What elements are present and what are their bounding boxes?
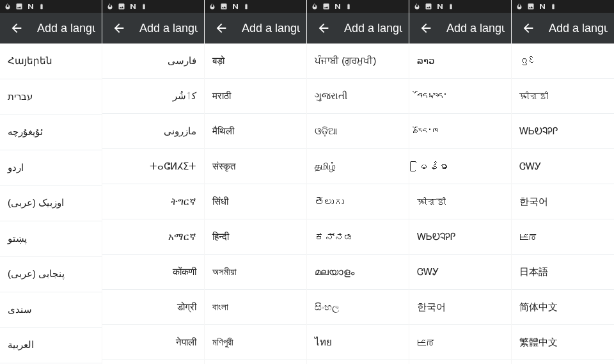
app-bar-title: Add a langu [549, 22, 608, 35]
language-row[interactable]: ਪੰਜਾਬੀ (ਗੁਰਮੁਖੀ) [307, 44, 409, 79]
app-bar-title: Add a langu [446, 22, 505, 35]
language-label: ಕನ್ನಡ [315, 232, 354, 242]
status-bar [205, 0, 306, 13]
language-row[interactable]: ᦋᦷ [512, 44, 614, 79]
language-row[interactable]: العربية [0, 328, 102, 363]
language-row[interactable]: മലയാളം [307, 255, 409, 290]
language-row[interactable]: سندی [0, 292, 102, 328]
language-row[interactable]: မြန်မာ [409, 149, 511, 184]
language-list[interactable]: Հայերենעבריתئۇيغۇرچەاردواوزبیک (عربی)پښت… [0, 44, 102, 364]
language-row[interactable]: ગુજરાતી [307, 79, 409, 114]
status-bar [307, 0, 409, 13]
back-button[interactable] [9, 20, 24, 36]
language-row[interactable]: ᏣᎳᎩ [512, 149, 614, 184]
battery-icon [345, 2, 352, 11]
language-row[interactable]: Հայերեն [0, 44, 102, 79]
language-row[interactable]: ꠍꠤꠟꠐꠤ [409, 184, 511, 219]
app-bar-title: Add a langu [139, 22, 198, 35]
image-icon [527, 3, 535, 10]
language-label: ئۇيغۇرچە [8, 126, 43, 138]
language-row[interactable]: پنجابی (عربی) [0, 257, 102, 292]
language-row[interactable]: தமிழ் [307, 149, 409, 184]
back-button[interactable] [111, 20, 127, 36]
language-row[interactable]: తెలుగు [307, 184, 409, 219]
language-row[interactable]: ଓଡ଼ିଆ [307, 114, 409, 149]
language-row[interactable]: ትግርኛ [102, 184, 204, 219]
language-label: বাংলা [212, 301, 228, 313]
language-row[interactable]: অসমীয়া [205, 255, 306, 290]
status-bar [409, 0, 511, 13]
language-label: ꠍꠤꠟꠐꠤ [417, 196, 446, 207]
language-row[interactable]: አማርኛ [102, 219, 204, 255]
language-list[interactable]: ລາວབོད་སྐད་རྫོང་ཁမြန်မာꠍꠤꠟꠐꠤᎳᏏᎧᎸᎮᎵᏣᎳᎩ한국어… [409, 44, 511, 364]
image-icon [425, 3, 432, 10]
language-label: ᏣᎳᎩ [417, 266, 439, 278]
language-row[interactable]: हिन्दी [205, 219, 306, 255]
language-label: नेपाली [176, 336, 196, 348]
language-row[interactable]: डोग्री [102, 290, 204, 325]
language-label: Հայերեն [8, 55, 52, 67]
language-list[interactable]: बड़ोमराठीमैथिलीसंस्कृतसिंधीहिन्दीঅসমীয়া… [205, 44, 306, 364]
back-button[interactable] [418, 20, 434, 36]
language-row[interactable]: नेपाली [102, 325, 204, 360]
back-button[interactable] [214, 20, 229, 36]
language-row[interactable]: 한국어 [512, 184, 614, 219]
language-label: سندی [8, 304, 32, 315]
language-label: मराठी [212, 90, 231, 102]
language-row[interactable]: मैथिली [205, 114, 306, 149]
language-row[interactable]: ລາວ [409, 44, 511, 79]
app-bar: Add a langu [205, 13, 306, 44]
image-icon [322, 3, 330, 10]
language-row[interactable]: ᎳᏏᎧᎸᎮᎵ [512, 114, 614, 149]
language-list[interactable]: ᦋᦷꠍꠤꠟꠐꠤᎳᏏᎧᎸᎮᎵᏣᎳᎩ한국어ꡈꡏ日本語简体中文繁體中文 [512, 44, 614, 364]
language-row[interactable]: মণিপুরী [205, 325, 306, 360]
language-row[interactable]: बड़ो [205, 44, 306, 79]
language-row[interactable]: ไทย [307, 325, 409, 360]
language-label: தமிழ் [315, 161, 336, 172]
status-bar [512, 0, 614, 13]
language-row[interactable]: ئۇيغۇرچە [0, 115, 102, 150]
app-bar-title: Add a langu [344, 22, 402, 35]
battery-icon [243, 2, 249, 11]
language-row[interactable]: مازرونی [102, 114, 204, 149]
language-row[interactable]: བོད་སྐད་ [409, 79, 511, 114]
language-row[interactable]: 한국어 [409, 290, 511, 325]
screen-column: Add a languՀայերենעבריתئۇيغۇرچەاردواوزبی… [0, 0, 102, 364]
n-icon [232, 3, 239, 10]
app-bar: Add a langu [307, 13, 409, 44]
language-row[interactable]: ⵜⴰⵛⵍⵃⵉⵜ [102, 149, 204, 184]
language-row[interactable]: کٲشُر [102, 79, 204, 114]
language-row[interactable]: ಕನ್ನಡ [307, 219, 409, 255]
language-row[interactable]: اوزبیک (عربی) [0, 186, 102, 221]
language-row[interactable]: सिंधी [205, 184, 306, 219]
language-row[interactable]: कोंकणी [102, 255, 204, 290]
language-label: བོད་སྐད་ [417, 91, 448, 102]
language-row[interactable]: 日本語 [512, 255, 614, 290]
language-label: 繁體中文 [519, 336, 558, 349]
language-label: ᎳᏏᎧᎸᎮᎵ [417, 231, 455, 242]
language-list[interactable]: فارسیکٲشُرمازرونیⵜⴰⵛⵍⵃⵉⵜትግርኛአማርኛकोंकणीडो… [102, 44, 204, 364]
n-icon [129, 3, 137, 10]
language-row[interactable]: 简体中文 [512, 290, 614, 325]
language-row[interactable]: עברית [0, 79, 102, 115]
language-row[interactable]: 繁體中文 [512, 325, 614, 360]
language-row[interactable]: پښتو [0, 221, 102, 257]
flame-icon [106, 3, 114, 10]
language-row[interactable]: ᎳᏏᎧᎸᎮᎵ [409, 219, 511, 255]
language-row[interactable]: ꡈꡏ [409, 325, 511, 360]
language-row[interactable]: اردو [0, 150, 102, 186]
language-row[interactable]: संस्कृत [205, 149, 306, 184]
language-row[interactable]: বাংলা [205, 290, 306, 325]
language-row[interactable]: मराठी [205, 79, 306, 114]
app-bar: Add a langu [512, 13, 614, 44]
language-row[interactable]: ᏣᎳᎩ [409, 255, 511, 290]
back-button[interactable] [316, 20, 331, 36]
back-button[interactable] [521, 20, 536, 36]
language-row[interactable]: ꡈꡏ [512, 219, 614, 255]
language-row[interactable]: ꠍꠤꠟꠐꠤ [512, 79, 614, 114]
language-label: 简体中文 [519, 301, 558, 313]
language-row[interactable]: සිංහල [307, 290, 409, 325]
language-list[interactable]: ਪੰਜਾਬੀ (ਗੁਰਮੁਖੀ)ગુજરાતીଓଡ଼ିଆதமிழ்తెలుగుಕ… [307, 44, 409, 364]
language-row[interactable]: فارسی [102, 44, 204, 79]
language-row[interactable]: རྫོང་ཁ [409, 114, 511, 149]
